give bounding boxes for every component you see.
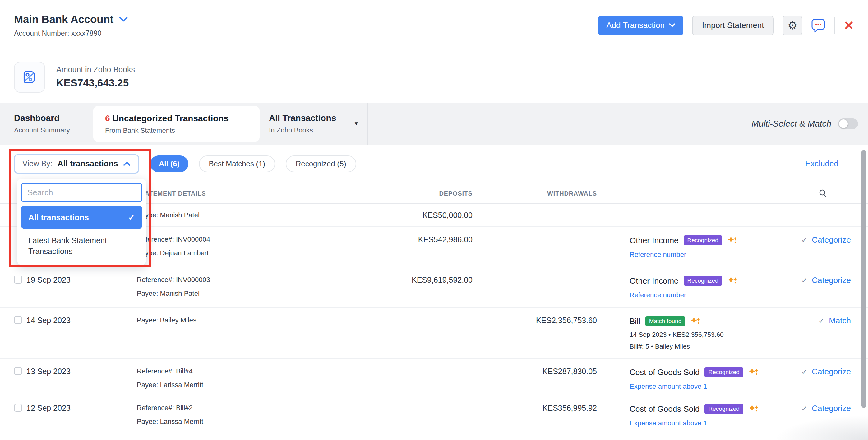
table-row[interactable]: 19 Sep 2023 Reference#: INV000003 Payee:… bbox=[0, 268, 868, 308]
rule-link[interactable]: Reference number bbox=[629, 251, 775, 259]
search-icon[interactable] bbox=[818, 189, 828, 198]
view-by-label: View By: bbox=[22, 159, 53, 168]
row-checkbox[interactable] bbox=[14, 367, 22, 375]
tab-all-title: All Transactions bbox=[269, 113, 345, 123]
ai-sparkle-icon bbox=[748, 367, 759, 377]
categorize-button[interactable]: ✓ Categorize bbox=[801, 276, 851, 285]
account-number: Account Number: xxxx7890 bbox=[14, 29, 128, 38]
header-deposits: DEPOSITS bbox=[342, 189, 472, 198]
recognized-badge: Recognized bbox=[705, 367, 743, 377]
import-statement-button[interactable]: Import Statement bbox=[692, 15, 774, 35]
row-details-line1: Payee: Manish Patel bbox=[137, 211, 342, 220]
account-title-block: Main Bank Account Account Number: xxxx78… bbox=[14, 13, 128, 38]
row-details-line2: Payee: Dejuan Lambert bbox=[137, 249, 342, 257]
table-row[interactable]: 12 Sep 2023 Reference#: Bill#2 Payee: La… bbox=[0, 399, 868, 432]
header-statement-details: STATEMENT DETAILS bbox=[137, 189, 342, 198]
tab-bar: Dashboard Account Summary 6Uncategorized… bbox=[0, 103, 868, 145]
tab-uncategorized-transactions[interactable]: 6Uncategorized Transactions From Bank St… bbox=[93, 106, 259, 142]
table-row[interactable]: 13 Sep 2023 Reference#: Bill#4 Payee: La… bbox=[0, 359, 868, 399]
row-date: 19 Sep 2023 bbox=[26, 276, 137, 284]
tab-dashboard[interactable]: Dashboard Account Summary bbox=[14, 103, 82, 145]
vertical-scrollbar[interactable] bbox=[862, 150, 866, 408]
rule-link[interactable]: Expense amount above 1 bbox=[629, 382, 775, 390]
row-deposit: KES9,619,592.00 bbox=[342, 276, 472, 284]
recognized-badge: Recognized bbox=[684, 235, 722, 245]
categorize-button[interactable]: ✓ Categorize bbox=[801, 367, 851, 377]
table-row[interactable]: 14 Sep 2023 Payee: Bailey Miles KES2,356… bbox=[0, 308, 868, 359]
top-bar: Main Bank Account Account Number: xxxx78… bbox=[0, 0, 868, 51]
view-by-dropdown-button[interactable]: View By: All transactions bbox=[14, 154, 139, 174]
check-icon: ✓ bbox=[801, 276, 807, 285]
check-icon: ✓ bbox=[801, 236, 807, 244]
category-name: Bill bbox=[629, 317, 641, 325]
category-name: Other Income bbox=[629, 236, 679, 245]
rule-link[interactable]: Expense amount above 1 bbox=[629, 419, 775, 427]
check-icon: ✓ bbox=[128, 213, 135, 222]
zoho-books-logo-icon bbox=[21, 68, 38, 86]
gear-icon: ⚙ bbox=[787, 20, 798, 31]
row-checkbox[interactable] bbox=[14, 404, 22, 412]
check-icon: ✓ bbox=[801, 368, 807, 376]
banking-page: Main Bank Account Account Number: xxxx78… bbox=[0, 0, 868, 440]
match-detail-line2: Bill#: 5 • Bailey Miles bbox=[629, 343, 775, 350]
add-transaction-label: Add Transaction bbox=[606, 21, 665, 30]
ai-sparkle-icon bbox=[727, 276, 738, 286]
match-button[interactable]: ✓ Match bbox=[818, 316, 851, 325]
filter-pill-recognized[interactable]: Recognized (5) bbox=[286, 155, 356, 172]
filter-bar: View By: All transactions All (6) Best M… bbox=[0, 145, 868, 183]
ai-sparkle-icon bbox=[727, 235, 738, 246]
row-date: 13 Sep 2023 bbox=[26, 367, 137, 376]
recognized-badge: Recognized bbox=[684, 276, 722, 286]
caret-down-icon: ▼ bbox=[354, 121, 359, 127]
row-details-line1: Reference#: Bill#4 bbox=[137, 367, 342, 376]
search-input[interactable] bbox=[22, 184, 142, 201]
dropdown-search-box bbox=[21, 183, 143, 202]
excluded-link[interactable]: Excluded bbox=[805, 159, 838, 168]
check-icon: ✓ bbox=[818, 317, 825, 325]
tab-uncategorized-subtitle: From Bank Statements bbox=[105, 127, 248, 135]
chevron-down-icon bbox=[669, 23, 675, 27]
page-title: Main Bank Account bbox=[14, 13, 114, 26]
amount-label: Amount in Zoho Books bbox=[56, 65, 135, 74]
row-details-line1: Reference#: INV000003 bbox=[137, 276, 342, 284]
row-details-line1: Reference#: Bill#2 bbox=[137, 404, 342, 412]
filter-pill-all[interactable]: All (6) bbox=[150, 155, 188, 172]
close-icon[interactable]: ✕ bbox=[843, 19, 854, 32]
row-checkbox[interactable] bbox=[14, 276, 22, 284]
tab-all-subtitle: In Zoho Books bbox=[269, 126, 345, 134]
row-checkbox[interactable] bbox=[14, 316, 22, 324]
row-withdrawal: KES2,356,753.60 bbox=[472, 316, 597, 325]
row-deposit: KES50,000.00 bbox=[342, 211, 472, 220]
rule-link[interactable]: Reference number bbox=[629, 291, 775, 299]
category-name: Cost of Goods Sold bbox=[629, 405, 700, 413]
tab-all-transactions[interactable]: All Transactions In Zoho Books bbox=[269, 103, 345, 145]
categorize-button[interactable]: ✓ Categorize bbox=[801, 235, 851, 245]
dropdown-option-label: All transactions bbox=[28, 213, 89, 222]
text-cursor bbox=[26, 188, 26, 198]
toggle-knob bbox=[839, 119, 848, 128]
settings-button[interactable]: ⚙ bbox=[782, 15, 802, 35]
match-detail-line1: 14 Sep 2023 • KES2,356,753.60 bbox=[629, 331, 775, 338]
row-details-line2: Payee: Manish Patel bbox=[137, 289, 342, 298]
filter-pill-best-matches[interactable]: Best Matches (1) bbox=[199, 155, 275, 172]
multi-select-toggle[interactable] bbox=[838, 119, 858, 129]
categorize-button[interactable]: ✓ Categorize bbox=[801, 404, 851, 413]
row-deposit: KES542,986.00 bbox=[342, 235, 472, 244]
more-tabs-button[interactable]: ▼ bbox=[345, 103, 368, 145]
dropdown-option-latest-bank-statement[interactable]: Latest Bank Statement Transactions bbox=[21, 229, 143, 257]
multi-select-control: Multi-Select & Match bbox=[751, 103, 858, 145]
row-details-line1: Reference#: INV000004 bbox=[137, 235, 342, 244]
zoho-books-logo-box bbox=[14, 62, 45, 93]
account-switcher-chevron-down-icon[interactable] bbox=[119, 17, 128, 22]
add-transaction-button[interactable]: Add Transaction bbox=[598, 15, 683, 35]
feedback-icon[interactable] bbox=[811, 18, 826, 33]
match-found-badge: Match found bbox=[645, 316, 685, 326]
tab-dashboard-title: Dashboard bbox=[14, 113, 82, 123]
view-by-value: All transactions bbox=[58, 159, 118, 168]
divider bbox=[834, 17, 835, 34]
row-date: 12 Sep 2023 bbox=[26, 404, 137, 412]
view-by-dropdown-menu: All transactions ✓ Latest Bank Statement… bbox=[17, 179, 146, 265]
dropdown-option-all-transactions[interactable]: All transactions ✓ bbox=[21, 206, 143, 229]
uncategorized-count: 6 bbox=[105, 114, 110, 123]
header-withdrawals: WITHDRAWALS bbox=[472, 189, 597, 198]
